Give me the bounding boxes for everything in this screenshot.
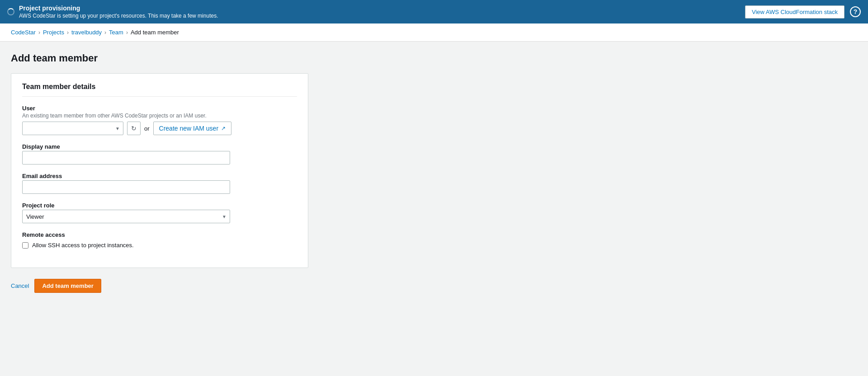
display-name-form-group: Display name xyxy=(22,143,297,164)
project-role-select[interactable]: Viewer Contributor Owner xyxy=(22,210,230,223)
breadcrumb: CodeStar › Projects › travelbuddy › Team… xyxy=(11,29,179,36)
remote-access-label: Remote access xyxy=(22,231,297,238)
breadcrumb-codestar[interactable]: CodeStar xyxy=(11,29,36,36)
refresh-icon: ↻ xyxy=(131,125,137,132)
notification-subtitle: AWS CodeStar is setting up your project'… xyxy=(19,13,218,19)
refresh-button[interactable]: ↻ xyxy=(127,122,141,135)
notification-bar: Project provisioning AWS CodeStar is set… xyxy=(0,0,868,24)
breadcrumb-sep-3: › xyxy=(104,29,106,36)
or-text: or xyxy=(144,125,150,132)
display-name-label: Display name xyxy=(22,143,297,150)
cancel-button[interactable]: Cancel xyxy=(11,280,29,292)
email-label: Email address xyxy=(22,173,297,179)
ssh-access-label[interactable]: Allow SSH access to project instances. xyxy=(32,242,134,249)
project-role-label: Project role xyxy=(22,202,297,209)
breadcrumb-bar: CodeStar › Projects › travelbuddy › Team… xyxy=(0,24,868,42)
help-icon[interactable]: ? xyxy=(850,6,861,17)
page-title: Add team member xyxy=(11,52,857,64)
remote-access-group: Remote access Allow SSH access to projec… xyxy=(22,231,297,249)
external-link-icon: ↗ xyxy=(221,125,226,132)
breadcrumb-travelbuddy[interactable]: travelbuddy xyxy=(71,29,102,36)
email-form-group: Email address xyxy=(22,173,297,194)
page-content: Add team member Team member details User… xyxy=(0,42,868,304)
breadcrumb-team[interactable]: Team xyxy=(109,29,123,36)
user-select[interactable] xyxy=(22,122,123,135)
notification-title: Project provisioning xyxy=(19,5,218,12)
user-hint: An existing team member from other AWS C… xyxy=(22,113,297,119)
display-name-input[interactable] xyxy=(22,151,230,164)
create-iam-button[interactable]: Create new IAM user ↗ xyxy=(153,122,232,135)
remote-access-checkbox-row: Allow SSH access to project instances. xyxy=(22,242,297,249)
role-select-wrapper: Viewer Contributor Owner ▼ xyxy=(22,210,230,223)
add-member-button[interactable]: Add team member xyxy=(34,279,101,293)
breadcrumb-sep-2: › xyxy=(67,29,69,36)
breadcrumb-sep-1: › xyxy=(38,29,40,36)
project-role-form-group: Project role Viewer Contributor Owner ▼ xyxy=(22,202,297,223)
breadcrumb-current: Add team member xyxy=(131,29,179,36)
user-select-wrapper: ▼ xyxy=(22,122,123,135)
breadcrumb-projects[interactable]: Projects xyxy=(43,29,64,36)
team-member-card: Team member details User An existing tea… xyxy=(11,73,308,268)
user-select-row: ▼ ↻ or Create new IAM user ↗ xyxy=(22,122,297,135)
create-iam-label: Create new IAM user xyxy=(159,125,219,132)
spinner-icon xyxy=(7,8,14,15)
action-buttons: Cancel Add team member xyxy=(11,279,857,293)
notification-text: Project provisioning AWS CodeStar is set… xyxy=(19,5,218,19)
card-title: Team member details xyxy=(22,83,297,97)
ssh-access-checkbox[interactable] xyxy=(22,242,28,249)
email-input[interactable] xyxy=(22,180,230,194)
user-form-group: User An existing team member from other … xyxy=(22,105,297,135)
breadcrumb-sep-4: › xyxy=(126,29,128,36)
user-label: User xyxy=(22,105,297,112)
view-stack-button[interactable]: View AWS CloudFormation stack xyxy=(745,5,844,19)
